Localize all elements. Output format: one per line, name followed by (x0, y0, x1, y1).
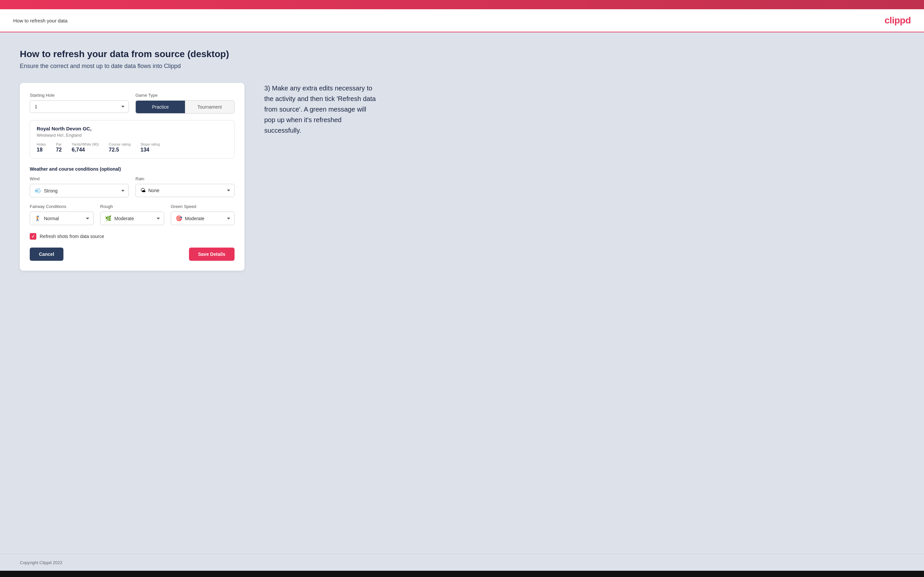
fairway-label: Fairway Conditions (30, 204, 94, 209)
side-text: 3) Make any extra edits necessary to the… (264, 83, 376, 136)
footer: Copyright Clippd 2022 (0, 554, 924, 571)
header: How to refresh your data clippd (0, 9, 924, 32)
copyright-text: Copyright Clippd 2022 (20, 560, 63, 565)
game-type-group-container: Game Type Practice Tournament (136, 93, 234, 114)
weather-section: Weather and course conditions (optional)… (30, 166, 234, 225)
holes-value: 18 (37, 147, 46, 153)
wind-select[interactable]: Strong Light None (44, 188, 124, 193)
fairway-select[interactable]: Normal Firm Soft (44, 216, 89, 221)
holes-label: Holes (37, 142, 46, 146)
fairway-select-wrapper[interactable]: 🏌 Normal Firm Soft (30, 211, 94, 225)
green-speed-group: Green Speed 🎯 Moderate Slow Fast (171, 204, 234, 225)
refresh-checkbox[interactable] (30, 233, 36, 240)
practice-button[interactable]: Practice (136, 101, 185, 113)
yards-value: 6,744 (72, 147, 99, 153)
green-speed-select-wrapper[interactable]: 🎯 Moderate Slow Fast (171, 211, 234, 225)
par-label: Par (56, 142, 62, 146)
refresh-checkbox-row: Refresh shots from data source (30, 233, 234, 240)
header-title: How to refresh your data (13, 18, 68, 23)
stat-holes: Holes 18 (37, 142, 46, 153)
par-value: 72 (56, 147, 62, 153)
course-rating-label: Course rating (109, 142, 131, 146)
game-type-toggle: Practice Tournament (136, 100, 234, 114)
green-speed-icon: 🎯 (176, 215, 183, 221)
game-type-label: Game Type (136, 93, 234, 98)
slope-rating-value: 134 (141, 147, 160, 153)
wind-icon: 💨 (35, 187, 41, 194)
stat-yards: Yards/White (M)) 6,744 (72, 142, 99, 153)
weather-row-1: Wind 💨 Strong Light None Rain (30, 176, 234, 197)
button-row: Cancel Save Details (30, 248, 234, 261)
rain-select[interactable]: None Light Heavy (148, 188, 229, 193)
fairway-icon: 🏌 (35, 215, 41, 221)
wind-select-wrapper[interactable]: 💨 Strong Light None (30, 184, 129, 197)
stat-par: Par 72 (56, 142, 62, 153)
rough-label: Rough (100, 204, 164, 209)
logo: clippd (885, 15, 911, 26)
rain-group: Rain 🌤 None Light Heavy (136, 176, 234, 197)
course-rating-value: 72.5 (109, 147, 131, 153)
page-subheading: Ensure the correct and most up to date d… (20, 63, 904, 70)
page-heading: How to refresh your data from source (de… (20, 49, 904, 60)
wind-group: Wind 💨 Strong Light None (30, 176, 129, 197)
green-speed-label: Green Speed (171, 204, 234, 209)
starting-hole-group: Starting Hole 1 10 (30, 93, 129, 114)
rough-select-wrapper[interactable]: 🌿 Moderate Light Heavy (100, 211, 164, 225)
cancel-button[interactable]: Cancel (30, 248, 63, 261)
main-content: How to refresh your data from source (de… (0, 32, 924, 554)
form-card: Starting Hole 1 10 Game Type Practice To… (20, 83, 244, 271)
rain-select-wrapper[interactable]: 🌤 None Light Heavy (136, 184, 234, 197)
stat-course-rating: Course rating 72.5 (109, 142, 131, 153)
weather-row-2: Fairway Conditions 🏌 Normal Firm Soft (30, 204, 234, 225)
top-bar (0, 0, 924, 9)
starting-hole-label: Starting Hole (30, 93, 129, 98)
rough-group: Rough 🌿 Moderate Light Heavy (100, 204, 164, 225)
wind-label: Wind (30, 176, 129, 181)
rain-icon: 🌤 (141, 187, 146, 193)
slope-rating-label: Slope rating (141, 142, 160, 146)
fairway-group: Fairway Conditions 🏌 Normal Firm Soft (30, 204, 94, 225)
save-button[interactable]: Save Details (189, 248, 235, 261)
course-location: Westward Ho!, England (37, 133, 228, 138)
refresh-checkbox-label: Refresh shots from data source (40, 234, 104, 239)
rain-label: Rain (136, 176, 234, 181)
tournament-button[interactable]: Tournament (185, 101, 234, 113)
weather-section-title: Weather and course conditions (optional) (30, 166, 234, 172)
side-description: 3) Make any extra edits necessary to the… (264, 83, 376, 136)
course-stats: Holes 18 Par 72 Yards/White (M)) 6,744 C… (37, 142, 228, 153)
rough-select[interactable]: Moderate Light Heavy (114, 216, 159, 221)
course-name: Royal North Devon GC, (37, 126, 228, 131)
rough-icon: 🌿 (105, 215, 111, 221)
starting-hole-select[interactable]: 1 10 (35, 104, 124, 109)
course-info-box: Royal North Devon GC, Westward Ho!, Engl… (30, 120, 234, 158)
yards-label: Yards/White (M)) (72, 142, 99, 146)
stat-slope-rating: Slope rating 134 (141, 142, 160, 153)
starting-hole-select-wrapper[interactable]: 1 10 (30, 100, 129, 113)
content-area: Starting Hole 1 10 Game Type Practice To… (20, 83, 904, 271)
form-top-row: Starting Hole 1 10 Game Type Practice To… (30, 93, 234, 114)
green-speed-select[interactable]: Moderate Slow Fast (185, 216, 229, 221)
